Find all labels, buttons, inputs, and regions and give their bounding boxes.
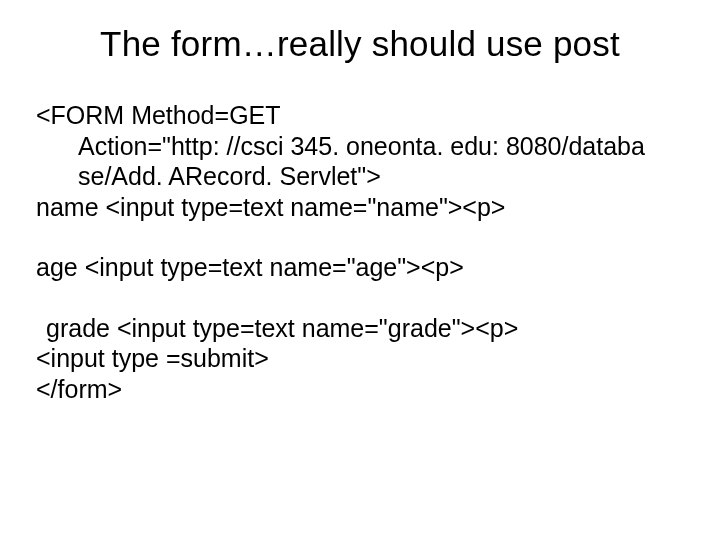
code-line-8: </form> <box>36 374 684 405</box>
code-line-7: <input type =submit> <box>36 343 684 374</box>
code-line-4: name <input type=text name="name"><p> <box>36 192 684 223</box>
slide-body: <FORM Method=GET Action="http: //csci 34… <box>36 100 684 404</box>
code-line-3: se/Add. ARecord. Servlet"> <box>36 161 684 192</box>
slide: The form…really should use post <FORM Me… <box>0 0 720 540</box>
blank-line-1 <box>36 222 684 252</box>
code-line-6: grade <input type=text name="grade"><p> <box>36 313 684 344</box>
code-line-2: Action="http: //csci 345. oneonta. edu: … <box>36 131 684 162</box>
code-line-1: <FORM Method=GET <box>36 100 684 131</box>
blank-line-2 <box>36 283 684 313</box>
code-line-5: age <input type=text name="age"><p> <box>36 252 684 283</box>
slide-title: The form…really should use post <box>36 24 684 64</box>
